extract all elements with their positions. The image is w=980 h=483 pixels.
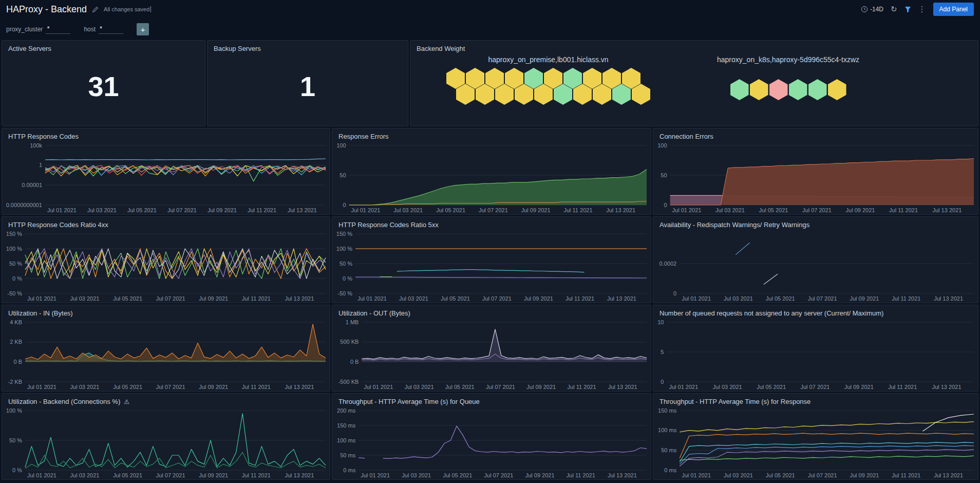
svg-text:Jul 09 2021: Jul 09 2021 [846,207,875,213]
chart-queue-time[interactable]: 200 ms150 ms100 ms50 ms0 msJul 01 2021Ju… [332,406,651,479]
svg-text:Jul 13 2021: Jul 13 2021 [608,472,637,478]
weight-hex[interactable] [750,79,768,100]
svg-text:Jul 03 2021: Jul 03 2021 [70,472,100,478]
svg-text:0: 0 [343,202,346,208]
chart-response-time[interactable]: 150 ms100 ms50 ms0 msJul 01 2021Jul 03 2… [653,406,978,479]
weight-hex[interactable] [789,79,807,100]
chart-response-errors[interactable]: 100500Jul 01 2021Jul 03 2021Jul 05 2021J… [332,141,651,214]
svg-text:Jul 05 2021: Jul 05 2021 [766,295,795,302]
svg-text:50: 50 [661,172,667,178]
svg-text:100 %: 100 % [6,246,22,252]
panel-title: HTTP Response Codes [2,128,330,141]
kebab-menu-icon[interactable]: ⋮ [918,5,926,14]
svg-text:Jul 05 2021: Jul 05 2021 [445,384,475,390]
svg-text:0 B: 0 B [13,359,22,365]
svg-text:0 B: 0 B [350,359,359,365]
panel-response-time: Throughput - HTTP Average Time (s) for R… [653,393,978,480]
svg-text:Jul 01 2021: Jul 01 2021 [357,295,387,302]
svg-text:Jul 03 2021: Jul 03 2021 [70,295,100,302]
svg-text:100: 100 [336,142,346,148]
hex-row [730,79,846,100]
weight-hex[interactable] [769,79,788,100]
backend-weight-group-k8s: haproxy_on_k8s,haproxy-5d996c55c4-txzwz [717,54,859,122]
svg-text:Jul 01 2021: Jul 01 2021 [27,384,56,390]
svg-text:Jul 01 2021: Jul 01 2021 [364,384,393,390]
svg-text:Jul 01 2021: Jul 01 2021 [682,295,711,302]
svg-text:Jul 13 2021: Jul 13 2021 [932,384,962,390]
svg-text:Jul 07 2021: Jul 07 2021 [801,384,830,390]
edit-icon[interactable] [92,6,99,13]
time-range-button[interactable]: -14D [861,6,883,13]
weight-hex[interactable] [808,79,827,100]
svg-text:Jul 03 2021: Jul 03 2021 [724,295,753,302]
chart-ratio-5xx[interactable]: 150 %100 %50 %0 %-50 %Jul 01 2021Jul 03 … [332,230,651,303]
filter-proxy-cluster-input[interactable] [46,25,70,34]
filter-icon[interactable] [904,6,911,13]
svg-text:Jul 11 2021: Jul 11 2021 [242,384,271,390]
svg-text:Jul 13 2021: Jul 13 2021 [288,207,317,213]
svg-text:-50 %: -50 % [7,290,22,296]
svg-text:150 ms: 150 ms [337,422,356,429]
panel-backend-weight: Backend Weight haproxy_on_premise,lb001.… [410,40,978,126]
svg-text:Jul 01 2021: Jul 01 2021 [682,472,711,478]
svg-text:Jul 11 2021: Jul 11 2021 [242,295,271,302]
svg-text:Jul 09 2021: Jul 09 2021 [521,207,551,213]
filter-host-input[interactable] [99,25,123,34]
panel-title: Throughput - HTTP Average Time (s) for Q… [332,394,651,406]
add-panel-button[interactable]: Add Panel [933,3,974,16]
svg-text:Jul 13 2021: Jul 13 2021 [608,384,637,390]
chart-connection-errors[interactable]: 100500Jul 01 2021Jul 03 2021Jul 05 2021J… [653,141,978,214]
chart-availability[interactable]: 0.00020Jul 01 2021Jul 03 2021Jul 05 2021… [653,230,978,303]
svg-text:Jul 07 2021: Jul 07 2021 [156,295,185,302]
svg-text:Jul 13 2021: Jul 13 2021 [934,472,963,478]
svg-text:0: 0 [661,379,664,385]
svg-text:50 %: 50 % [340,261,352,267]
svg-text:10: 10 [657,319,664,325]
svg-text:0 %: 0 % [12,467,22,473]
svg-text:Jul 11 2021: Jul 11 2021 [242,472,271,478]
panel-title: Utilization - Backend (Connections %) ⚠ [2,394,330,406]
chart-http-response-codes[interactable]: 100k10.000010.0000000001Jul 01 2021Jul 0… [2,141,330,214]
backup-servers-value: 1 [208,53,408,126]
panel-utilization-in: Utilization - IN (Bytes) 4 KB2 KB0 B-2 K… [2,305,330,392]
add-filter-button[interactable]: + [137,23,149,35]
svg-text:Jul 01 2021: Jul 01 2021 [351,207,381,213]
chart-ratio-4xx[interactable]: 150 %100 %50 %0 %-50 %Jul 01 2021Jul 03 … [2,230,330,303]
svg-text:Jul 13 2021: Jul 13 2021 [285,472,314,478]
warning-icon[interactable]: ⚠ [124,398,129,405]
chart-utilization-out[interactable]: 1 MB500 KB0 B-500 KBJul 01 2021Jul 03 20… [332,318,651,391]
refresh-icon[interactable]: ↻ [891,5,897,14]
filter-proxy-cluster-label: proxy_cluster [6,26,43,34]
chart-utilization-in[interactable]: 4 KB2 KB0 B-2 KBJul 01 2021Jul 03 2021Ju… [2,318,330,391]
svg-text:Jul 13 2021: Jul 13 2021 [934,295,963,302]
svg-text:Jul 09 2021: Jul 09 2021 [199,295,228,302]
chart-queued-requests[interactable]: 1050Jul 01 2021Jul 03 2021Jul 05 2021Jul… [653,318,978,391]
panel-utilization-backend: Utilization - Backend (Connections %) ⚠ … [2,393,330,480]
weight-hex[interactable] [828,79,846,100]
panel-title: HTTP Response Codes Ratio 5xx [332,217,651,230]
svg-text:100: 100 [657,142,667,148]
svg-text:50 %: 50 % [9,437,22,443]
panel-title: HTTP Response Codes Ratio 4xx [2,217,330,230]
svg-text:0 %: 0 % [12,275,22,282]
svg-text:Jul 05 2021: Jul 05 2021 [127,207,157,213]
svg-text:200 ms: 200 ms [337,407,356,414]
active-servers-value: 31 [2,53,205,126]
svg-text:Jul 07 2021: Jul 07 2021 [486,384,515,390]
svg-text:0 ms: 0 ms [343,467,355,473]
dashboard-grid: Active Servers 31 Backup Servers 1 Backe… [0,40,980,481]
chart-utilization-backend[interactable]: 100 %50 %0 %Jul 01 2021Jul 03 2021Jul 05… [2,406,330,479]
svg-text:Jul 11 2021: Jul 11 2021 [248,207,276,213]
svg-text:Jul 03 2021: Jul 03 2021 [393,207,423,213]
svg-text:Jul 01 2021: Jul 01 2021 [27,295,56,302]
hex-group-label: haproxy_on_k8s,haproxy-5d996c55c4-txzwz [717,55,859,64]
svg-text:Jul 09 2021: Jul 09 2021 [199,472,228,478]
svg-text:Jul 03 2021: Jul 03 2021 [402,472,431,478]
weight-hex[interactable] [730,79,749,100]
svg-text:Jul 11 2021: Jul 11 2021 [566,295,594,302]
panel-title: Utilization - IN (Bytes) [2,305,330,318]
svg-text:Jul 07 2021: Jul 07 2021 [808,472,837,478]
svg-text:0.0000000001: 0.0000000001 [6,202,42,208]
panel-ratio-4xx: HTTP Response Codes Ratio 4xx 150 %100 %… [2,216,330,303]
panel-ratio-5xx: HTTP Response Codes Ratio 5xx 150 %100 %… [332,216,651,303]
